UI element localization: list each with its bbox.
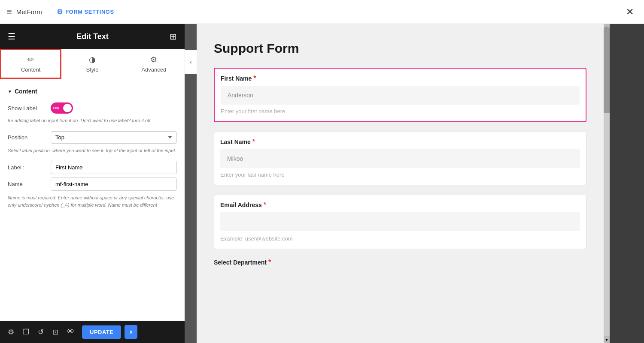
- first-name-label: First Name *: [221, 75, 580, 82]
- email-input[interactable]: [220, 212, 580, 231]
- preview-footer-icon[interactable]: 👁: [64, 325, 77, 339]
- hamburger-icon[interactable]: ☰: [8, 31, 15, 42]
- name-field-hint: Name is must required. Enter name withou…: [8, 194, 177, 208]
- tab-style[interactable]: ◑ Style: [61, 49, 123, 79]
- show-label-hint: for adding label on input turn it on. Do…: [8, 117, 177, 124]
- email-label: Email Address *: [220, 201, 580, 209]
- preview-scrollbar[interactable]: ▲ ▼: [604, 24, 610, 343]
- scrollbar-thumb[interactable]: [604, 27, 610, 113]
- label-field-label: Label :: [8, 164, 46, 171]
- email-placeholder: Example: user@website.com: [220, 235, 580, 243]
- top-bar: ≡ MetForm ⚙ FORM SETTINGS ✕: [0, 0, 644, 24]
- form-title: Support Form: [214, 41, 586, 56]
- position-select[interactable]: Top Left: [51, 131, 177, 144]
- first-name-section: First Name * Enter your first name here: [214, 68, 586, 122]
- metform-logo-icon: ≡: [7, 7, 12, 17]
- last-name-required-star: *: [252, 138, 255, 146]
- gear-icon: ⚙: [57, 8, 63, 16]
- pencil-icon: ✏: [27, 55, 34, 64]
- form-settings-button[interactable]: ⚙ FORM SETTINGS: [57, 8, 114, 16]
- name-field-row: Name: [8, 178, 177, 191]
- select-department-label: Select Department *: [214, 259, 586, 266]
- preview-area: Support Form First Name * Enter your fir…: [197, 24, 604, 343]
- top-bar-right: ✕: [623, 5, 637, 19]
- style-icon: ◑: [89, 55, 96, 64]
- tab-content[interactable]: ✏ Content: [0, 49, 61, 79]
- toggle-knob: [63, 104, 72, 112]
- grid-icon[interactable]: ⊞: [170, 31, 177, 42]
- show-label-toggle-wrapper[interactable]: [51, 102, 73, 114]
- chevron-up-button[interactable]: ∧: [125, 325, 137, 339]
- label-field-row: Label :: [8, 161, 177, 174]
- sidebar-header: ☰ Edit Text ⊞: [0, 24, 185, 49]
- label-field-input[interactable]: [51, 161, 177, 174]
- email-section: Email Address * Example: user@website.co…: [214, 195, 586, 249]
- last-name-input[interactable]: [220, 149, 580, 168]
- tab-style-label: Style: [86, 66, 99, 73]
- update-button[interactable]: UPDATE: [82, 325, 121, 339]
- right-panel: [610, 24, 644, 343]
- main-layout: ☰ Edit Text ⊞ ✏ Content ◑ Style ⚙ Advanc…: [0, 24, 644, 343]
- sidebar: ☰ Edit Text ⊞ ✏ Content ◑ Style ⚙ Advanc…: [0, 24, 185, 343]
- layers-footer-icon[interactable]: ❐: [20, 325, 32, 339]
- position-row: Position Top Left: [8, 131, 177, 144]
- show-label-label: Show Label: [8, 105, 46, 111]
- app-name: MetForm: [16, 8, 42, 15]
- show-label-row: Show Label: [8, 102, 177, 114]
- tab-row: ✏ Content ◑ Style ⚙ Advanced: [0, 49, 185, 79]
- first-name-input[interactable]: [221, 86, 580, 105]
- first-name-placeholder: Enter your first name here: [221, 107, 580, 115]
- last-name-section: Last Name * Enter your last name here: [214, 132, 586, 185]
- content-section-title: Content: [8, 88, 177, 95]
- tab-content-label: Content: [21, 66, 41, 73]
- advanced-icon: ⚙: [150, 55, 157, 64]
- close-button[interactable]: ✕: [623, 5, 637, 19]
- name-field-input[interactable]: [51, 178, 177, 191]
- show-label-toggle[interactable]: [51, 102, 73, 114]
- sidebar-content: Content Show Label for adding label on i…: [0, 79, 185, 321]
- top-bar-left: ≡ MetForm ⚙ FORM SETTINGS: [7, 7, 114, 17]
- position-label: Position: [8, 134, 46, 141]
- position-hint: Select label position. where you want to…: [8, 147, 177, 154]
- last-name-placeholder: Enter your last name here: [220, 171, 580, 179]
- responsive-footer-icon[interactable]: ⊡: [50, 325, 61, 339]
- email-required-star: *: [264, 201, 266, 209]
- select-department-section: Select Department *: [214, 259, 586, 266]
- settings-footer-icon[interactable]: ⚙: [5, 325, 17, 339]
- sidebar-footer: ⚙ ❐ ↺ ⊡ 👁 UPDATE ∧: [0, 321, 185, 343]
- scrollbar-arrow-down[interactable]: ▼: [604, 336, 610, 343]
- tab-advanced-label: Advanced: [141, 66, 166, 73]
- history-footer-icon[interactable]: ↺: [35, 325, 46, 339]
- first-name-required-star: *: [253, 75, 256, 82]
- preview-wrapper: Support Form First Name * Enter your fir…: [197, 24, 610, 343]
- tab-advanced[interactable]: ⚙ Advanced: [123, 49, 185, 79]
- last-name-label: Last Name *: [220, 138, 580, 146]
- select-department-required-star: *: [268, 259, 271, 266]
- name-field-label: Name: [8, 181, 46, 187]
- form-settings-label: FORM SETTINGS: [65, 9, 114, 15]
- collapse-sidebar-arrow[interactable]: ‹: [185, 50, 197, 74]
- sidebar-title: Edit Text: [76, 32, 109, 41]
